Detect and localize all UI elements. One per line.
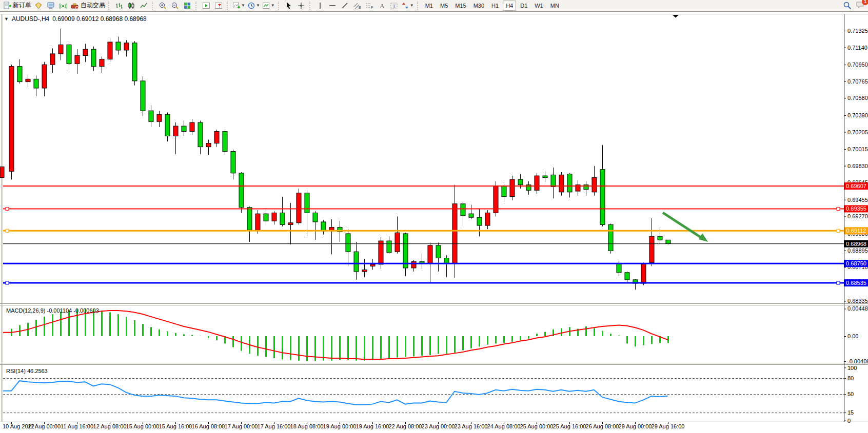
auto-trading-icon — [70, 2, 79, 10]
market-watch-button[interactable] — [32, 1, 45, 11]
vertical-line-button[interactable] — [314, 1, 326, 11]
timeframe-D1[interactable]: D1 — [517, 1, 530, 11]
horizontal-line-button[interactable] — [326, 1, 339, 11]
text-label-icon: T — [390, 2, 398, 10]
auto-scroll-button[interactable] — [200, 1, 212, 11]
macd-indicator-label: MACD(12,26,9) -0.001104 -0.000603 — [6, 307, 99, 314]
main-toolbar: 新订单 — [0, 0, 868, 11]
signals-button[interactable] — [57, 1, 69, 11]
svg-text:19 Aug 00:00: 19 Aug 00:00 — [323, 423, 357, 429]
svg-text:0.00: 0.00 — [847, 333, 858, 339]
svg-text:0: 0 — [847, 418, 851, 424]
chevron-down-icon: ▼ — [410, 3, 414, 8]
market-watch-icon — [34, 2, 43, 10]
toolbar-separator — [309, 2, 312, 10]
svg-text:0.70015: 0.70015 — [847, 146, 868, 152]
arrows-icon — [401, 2, 409, 10]
candlestick-chart-icon — [127, 2, 135, 10]
indicators-button[interactable]: ▼ — [231, 1, 246, 11]
timeframe-MN[interactable]: MN — [547, 1, 562, 11]
fibonacci-button[interactable]: F — [363, 1, 376, 11]
notifications-button[interactable]: 1 — [856, 1, 865, 11]
toolbar-separator — [278, 2, 281, 10]
svg-text:26 Aug 08:00: 26 Aug 08:00 — [586, 423, 619, 429]
mt4-application: { "toolbar": { "new_order_label": "新订单",… — [0, 0, 868, 433]
toolbar-separator — [108, 2, 111, 10]
chevron-down-icon: ▼ — [241, 3, 245, 8]
equidistant-channel-icon: E — [352, 2, 361, 10]
svg-text:50: 50 — [847, 391, 854, 397]
svg-text:0.004489: 0.004489 — [847, 305, 868, 312]
crosshair-button[interactable] — [295, 1, 307, 11]
timeframe-M30[interactable]: M30 — [470, 1, 487, 11]
timeframe-H4[interactable]: H4 — [503, 1, 516, 11]
svg-text:19 Aug 16:00: 19 Aug 16:00 — [356, 423, 389, 429]
svg-text:0.70205: 0.70205 — [847, 129, 868, 135]
svg-text:0.68895: 0.68895 — [847, 248, 868, 254]
trendline-button[interactable] — [339, 1, 351, 11]
periods-clock-icon — [247, 2, 255, 10]
signals-icon — [59, 2, 67, 10]
text-label-button[interactable]: T — [388, 1, 400, 11]
templates-button[interactable]: ▼ — [261, 1, 276, 11]
text-icon: A — [378, 2, 385, 10]
data-window-icon — [47, 2, 55, 10]
svg-text:0.69270: 0.69270 — [847, 213, 868, 219]
equidistant-channel-button[interactable]: E — [351, 1, 363, 11]
svg-text:17 Aug 00:00: 17 Aug 00:00 — [225, 423, 258, 429]
zoom-in-icon — [159, 2, 167, 10]
timeframe-M1[interactable]: M1 — [422, 1, 436, 11]
svg-text:F: F — [371, 6, 373, 9]
svg-text:11 Aug 16:00: 11 Aug 16:00 — [61, 423, 93, 429]
chart-window[interactable]: 0.713250.711400.709500.707650.705800.703… — [0, 11, 868, 433]
chart-symbol-period: AUDUSD-,H4 — [12, 15, 49, 23]
chart-shift-button[interactable] — [212, 1, 225, 11]
tile-windows-button[interactable] — [181, 1, 193, 11]
bar-chart-button[interactable] — [113, 1, 125, 11]
chevron-down-icon: ▼ — [256, 3, 260, 8]
auto-scroll-icon — [202, 2, 210, 10]
svg-text:0.69355: 0.69355 — [846, 205, 866, 212]
zoom-out-button[interactable] — [169, 1, 181, 11]
timeframe-M15[interactable]: M15 — [452, 1, 469, 11]
svg-text:80: 80 — [847, 375, 854, 381]
svg-text:29 Aug 16:00: 29 Aug 16:00 — [652, 423, 685, 429]
svg-text:0.68335: 0.68335 — [847, 298, 868, 304]
candlestick-chart-button[interactable] — [125, 1, 137, 11]
search-icon[interactable] — [843, 1, 852, 10]
svg-text:E: E — [359, 6, 361, 9]
line-chart-button[interactable] — [137, 1, 150, 11]
notification-badge: 1 — [862, 0, 868, 5]
new-order-button[interactable]: 新订单 — [2, 1, 32, 11]
timeframe-H1[interactable]: H1 — [488, 1, 502, 11]
bar-chart-icon — [115, 2, 123, 10]
svg-text:22 Aug 08:00: 22 Aug 08:00 — [389, 423, 422, 429]
svg-text:15 Aug 00:00: 15 Aug 00:00 — [126, 423, 160, 429]
svg-text:15 Aug 16:00: 15 Aug 16:00 — [159, 423, 192, 429]
timeframe-M5[interactable]: M5 — [437, 1, 451, 11]
toolbar-separator — [227, 2, 229, 10]
line-chart-icon — [140, 2, 148, 10]
timeframe-group: M1M5M15M30H1H4D1W1MN — [422, 1, 563, 11]
chart-canvas[interactable]: 0.713250.711400.709500.707650.705800.703… — [0, 12, 868, 433]
text-button[interactable]: A — [376, 1, 388, 11]
svg-text:15: 15 — [847, 409, 854, 416]
timeframe-W1[interactable]: W1 — [531, 1, 546, 11]
periods-button[interactable]: ▼ — [246, 1, 261, 11]
indicators-icon — [232, 2, 241, 10]
horizontal-line-icon — [328, 2, 337, 10]
cursor-button[interactable] — [283, 1, 295, 11]
svg-text:18 Aug 08:00: 18 Aug 08:00 — [290, 423, 324, 429]
svg-text:23 Aug 00:00: 23 Aug 00:00 — [422, 423, 455, 429]
arrows-button[interactable]: ▼ — [400, 1, 415, 11]
crosshair-icon — [297, 2, 305, 10]
zoom-in-button[interactable] — [156, 1, 169, 11]
chart-title: ▼ AUDUSD-,H4 0.69009 0.69012 0.68968 0.6… — [4, 15, 147, 23]
svg-text:0.69830: 0.69830 — [847, 163, 868, 169]
toolbar-separator — [152, 2, 154, 10]
toolbar-separator — [417, 2, 420, 10]
auto-trading-button[interactable]: 自动交易 — [69, 1, 106, 11]
data-window-button[interactable] — [45, 1, 57, 11]
zoom-out-icon — [171, 2, 179, 10]
window-menu-triangle-icon[interactable]: ▼ — [4, 16, 9, 22]
